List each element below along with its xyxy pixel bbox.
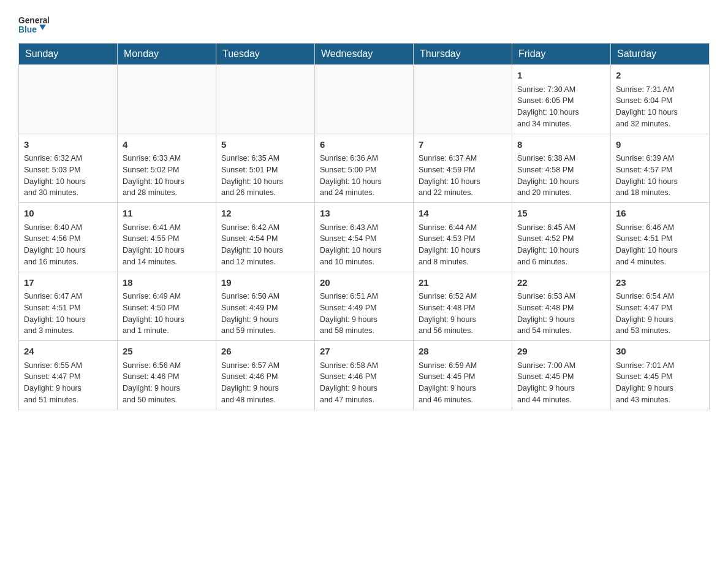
calendar-cell: 17Sunrise: 6:47 AMSunset: 4:51 PMDayligh…: [19, 272, 118, 341]
day-info: Sunrise: 6:55 AMSunset: 4:47 PMDaylight:…: [24, 360, 112, 406]
day-number: 6: [320, 138, 408, 152]
day-info: Sunrise: 6:35 AMSunset: 5:01 PMDaylight:…: [221, 153, 309, 199]
day-number: 23: [616, 276, 704, 290]
col-header-saturday: Saturday: [611, 44, 710, 65]
calendar-cell: 1Sunrise: 7:30 AMSunset: 6:05 PMDaylight…: [512, 65, 611, 134]
calendar-cell: 20Sunrise: 6:51 AMSunset: 4:49 PMDayligh…: [315, 272, 414, 341]
day-info: Sunrise: 7:30 AMSunset: 6:05 PMDaylight:…: [517, 84, 605, 130]
calendar-cell: 15Sunrise: 6:45 AMSunset: 4:52 PMDayligh…: [512, 203, 611, 272]
calendar-table: SundayMondayTuesdayWednesdayThursdayFrid…: [18, 43, 710, 410]
day-info: Sunrise: 6:59 AMSunset: 4:45 PMDaylight:…: [419, 360, 507, 406]
calendar-cell: 2Sunrise: 7:31 AMSunset: 6:04 PMDaylight…: [611, 65, 710, 134]
col-header-thursday: Thursday: [414, 44, 512, 65]
calendar-cell: [315, 65, 414, 134]
day-number: 3: [24, 138, 112, 152]
day-number: 7: [419, 138, 507, 152]
calendar-cell: 28Sunrise: 6:59 AMSunset: 4:45 PMDayligh…: [414, 341, 512, 410]
calendar-week-2: 3Sunrise: 6:32 AMSunset: 5:03 PMDaylight…: [19, 134, 710, 203]
day-number: 8: [517, 138, 605, 152]
svg-text:General: General: [18, 16, 49, 25]
page-header: General Blue: [18, 12, 710, 37]
calendar-cell: 27Sunrise: 6:58 AMSunset: 4:46 PMDayligh…: [315, 341, 414, 410]
day-info: Sunrise: 7:01 AMSunset: 4:45 PMDaylight:…: [616, 360, 704, 406]
svg-text:Blue: Blue: [18, 25, 37, 34]
col-header-tuesday: Tuesday: [216, 44, 315, 65]
day-info: Sunrise: 6:37 AMSunset: 4:59 PMDaylight:…: [419, 153, 507, 199]
calendar-header-row: SundayMondayTuesdayWednesdayThursdayFrid…: [19, 44, 710, 65]
day-info: Sunrise: 6:52 AMSunset: 4:48 PMDaylight:…: [419, 291, 507, 337]
day-info: Sunrise: 6:41 AMSunset: 4:55 PMDaylight:…: [123, 222, 211, 268]
day-info: Sunrise: 6:39 AMSunset: 4:57 PMDaylight:…: [616, 153, 704, 199]
day-number: 17: [24, 276, 112, 290]
calendar-cell: [118, 65, 216, 134]
day-number: 19: [221, 276, 309, 290]
calendar-cell: 21Sunrise: 6:52 AMSunset: 4:48 PMDayligh…: [414, 272, 512, 341]
day-number: 21: [419, 276, 507, 290]
day-info: Sunrise: 6:56 AMSunset: 4:46 PMDaylight:…: [123, 360, 211, 406]
calendar-cell: 6Sunrise: 6:36 AMSunset: 5:00 PMDaylight…: [315, 134, 414, 203]
svg-marker-1: [39, 25, 46, 30]
day-info: Sunrise: 6:45 AMSunset: 4:52 PMDaylight:…: [517, 222, 605, 268]
day-number: 20: [320, 276, 408, 290]
day-info: Sunrise: 6:44 AMSunset: 4:53 PMDaylight:…: [419, 222, 507, 268]
calendar-cell: 30Sunrise: 7:01 AMSunset: 4:45 PMDayligh…: [611, 341, 710, 410]
day-number: 10: [24, 207, 112, 221]
day-info: Sunrise: 6:49 AMSunset: 4:50 PMDaylight:…: [123, 291, 211, 337]
calendar-cell: 23Sunrise: 6:54 AMSunset: 4:47 PMDayligh…: [611, 272, 710, 341]
day-number: 9: [616, 138, 704, 152]
calendar-cell: 7Sunrise: 6:37 AMSunset: 4:59 PMDaylight…: [414, 134, 512, 203]
calendar-cell: 9Sunrise: 6:39 AMSunset: 4:57 PMDaylight…: [611, 134, 710, 203]
day-number: 2: [616, 69, 704, 83]
day-number: 4: [123, 138, 211, 152]
day-number: 27: [320, 345, 408, 359]
day-number: 1: [517, 69, 605, 83]
day-number: 13: [320, 207, 408, 221]
calendar-cell: 19Sunrise: 6:50 AMSunset: 4:49 PMDayligh…: [216, 272, 315, 341]
day-info: Sunrise: 6:40 AMSunset: 4:56 PMDaylight:…: [24, 222, 112, 268]
day-info: Sunrise: 6:58 AMSunset: 4:46 PMDaylight:…: [320, 360, 408, 406]
day-number: 22: [517, 276, 605, 290]
calendar-week-4: 17Sunrise: 6:47 AMSunset: 4:51 PMDayligh…: [19, 272, 710, 341]
calendar-cell: 16Sunrise: 6:46 AMSunset: 4:51 PMDayligh…: [611, 203, 710, 272]
calendar-cell: 25Sunrise: 6:56 AMSunset: 4:46 PMDayligh…: [118, 341, 216, 410]
day-number: 25: [123, 345, 211, 359]
day-number: 26: [221, 345, 309, 359]
day-number: 24: [24, 345, 112, 359]
day-info: Sunrise: 6:53 AMSunset: 4:48 PMDaylight:…: [517, 291, 605, 337]
day-number: 29: [517, 345, 605, 359]
day-number: 18: [123, 276, 211, 290]
day-info: Sunrise: 6:32 AMSunset: 5:03 PMDaylight:…: [24, 153, 112, 199]
calendar-cell: 24Sunrise: 6:55 AMSunset: 4:47 PMDayligh…: [19, 341, 118, 410]
calendar-cell: [19, 65, 118, 134]
day-number: 11: [123, 207, 211, 221]
calendar-cell: 5Sunrise: 6:35 AMSunset: 5:01 PMDaylight…: [216, 134, 315, 203]
day-info: Sunrise: 6:33 AMSunset: 5:02 PMDaylight:…: [123, 153, 211, 199]
col-header-wednesday: Wednesday: [315, 44, 414, 65]
calendar-week-1: 1Sunrise: 7:30 AMSunset: 6:05 PMDaylight…: [19, 65, 710, 134]
day-info: Sunrise: 6:47 AMSunset: 4:51 PMDaylight:…: [24, 291, 112, 337]
logo-icon: General Blue: [18, 12, 49, 37]
calendar-cell: 13Sunrise: 6:43 AMSunset: 4:54 PMDayligh…: [315, 203, 414, 272]
calendar-cell: 11Sunrise: 6:41 AMSunset: 4:55 PMDayligh…: [118, 203, 216, 272]
calendar-cell: 12Sunrise: 6:42 AMSunset: 4:54 PMDayligh…: [216, 203, 315, 272]
col-header-sunday: Sunday: [19, 44, 118, 65]
logo: General Blue: [18, 12, 49, 37]
day-number: 12: [221, 207, 309, 221]
calendar-cell: 14Sunrise: 6:44 AMSunset: 4:53 PMDayligh…: [414, 203, 512, 272]
day-info: Sunrise: 6:43 AMSunset: 4:54 PMDaylight:…: [320, 222, 408, 268]
day-number: 5: [221, 138, 309, 152]
calendar-cell: 26Sunrise: 6:57 AMSunset: 4:46 PMDayligh…: [216, 341, 315, 410]
calendar-cell: [216, 65, 315, 134]
day-info: Sunrise: 6:50 AMSunset: 4:49 PMDaylight:…: [221, 291, 309, 337]
calendar-cell: 10Sunrise: 6:40 AMSunset: 4:56 PMDayligh…: [19, 203, 118, 272]
calendar-week-3: 10Sunrise: 6:40 AMSunset: 4:56 PMDayligh…: [19, 203, 710, 272]
day-info: Sunrise: 6:42 AMSunset: 4:54 PMDaylight:…: [221, 222, 309, 268]
calendar-cell: 29Sunrise: 7:00 AMSunset: 4:45 PMDayligh…: [512, 341, 611, 410]
calendar-cell: 4Sunrise: 6:33 AMSunset: 5:02 PMDaylight…: [118, 134, 216, 203]
day-info: Sunrise: 7:31 AMSunset: 6:04 PMDaylight:…: [616, 84, 704, 130]
day-number: 15: [517, 207, 605, 221]
calendar-cell: [414, 65, 512, 134]
day-number: 16: [616, 207, 704, 221]
day-info: Sunrise: 7:00 AMSunset: 4:45 PMDaylight:…: [517, 360, 605, 406]
day-info: Sunrise: 6:54 AMSunset: 4:47 PMDaylight:…: [616, 291, 704, 337]
